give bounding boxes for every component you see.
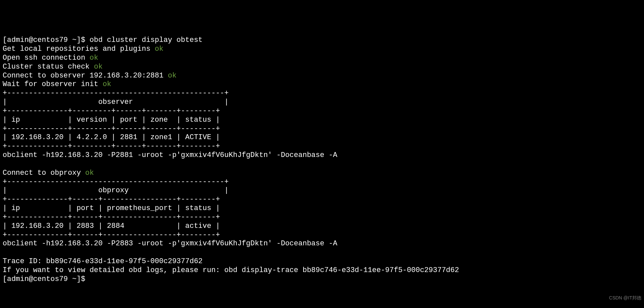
obproxy-table-border: +--------------+------+-----------------…	[3, 195, 641, 204]
trace-hint: If you want to view detailed obd logs, p…	[3, 266, 641, 275]
obproxy-table-border: +--------------+------+-----------------…	[3, 213, 641, 222]
ok-label: ok	[90, 54, 98, 62]
ok-label: ok	[103, 80, 111, 88]
prompt-line-1[interactable]: [admin@centos79 ~]$ obd cluster display …	[3, 36, 641, 45]
obclient-command-2: obclient -h192.168.3.20 -P2883 -uroot -p…	[3, 239, 641, 248]
ok-label: ok	[168, 72, 176, 80]
status-cluster: Cluster status check ok	[3, 63, 641, 72]
prompt-line-2[interactable]: [admin@centos79 ~]$	[3, 275, 641, 284]
obproxy-table-header: | ip | port | prometheus_port | status |	[3, 204, 641, 213]
blank-line	[3, 248, 641, 257]
ok-label: ok	[85, 169, 94, 177]
status-ssh: Open ssh connection ok	[3, 54, 641, 63]
prompt-userhost: [admin@centos79 ~]$	[3, 36, 90, 44]
status-observer-init: Wait for observer init ok	[3, 80, 641, 89]
ok-label: ok	[155, 45, 163, 53]
status-observer-connect: Connect to observer 192.168.3.20:2881 ok	[3, 72, 641, 80]
ok-label: ok	[94, 63, 102, 71]
observer-table-border: +--------------+---------+------+-------…	[3, 142, 641, 151]
trace-id: Trace ID: bb89c746-e33d-11ee-97f5-000c29…	[3, 257, 641, 266]
terminal-output: [admin@centos79 ~]$ obd cluster display …	[3, 36, 641, 284]
observer-table-header: | ip | version | port | zone | status |	[3, 116, 641, 125]
obproxy-table-row: | 192.168.3.20 | 2883 | 2884 | active |	[3, 222, 641, 231]
observer-table-border: +---------------------------------------…	[3, 89, 641, 98]
observer-table-border: +--------------+---------+------+-------…	[3, 125, 641, 134]
prompt-userhost: [admin@centos79 ~]$	[3, 275, 90, 283]
status-obproxy-connect: Connect to obproxy ok	[3, 169, 641, 178]
obproxy-table-border: +---------------------------------------…	[3, 178, 641, 187]
obproxy-table-title: | obproxy |	[3, 186, 641, 195]
obproxy-table-border: +--------------+------+-----------------…	[3, 231, 641, 240]
obclient-command-1: obclient -h192.168.3.20 -P2881 -uroot -p…	[3, 151, 641, 160]
csdn-watermark: CSDN @IT邦德	[609, 295, 641, 301]
observer-table-border: +--------------+---------+------+-------…	[3, 107, 641, 116]
observer-table-row: | 192.168.3.20 | 4.2.2.0 | 2881 | zone1 …	[3, 133, 641, 142]
command-text: obd cluster display obtest	[90, 36, 202, 44]
blank-line	[3, 160, 641, 169]
status-repos: Get local repositories and plugins ok	[3, 45, 641, 54]
observer-table-title: | observer |	[3, 98, 641, 107]
